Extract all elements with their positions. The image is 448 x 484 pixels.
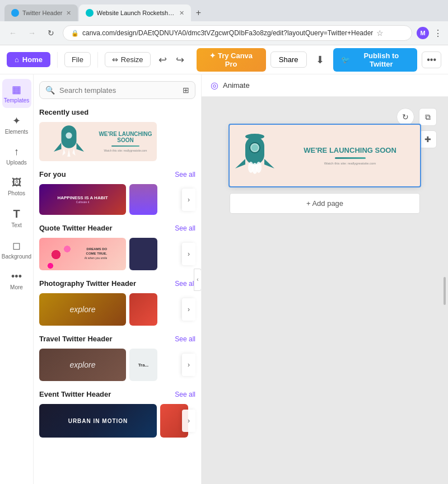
sidebar-item-background[interactable]: ◻ Background (2, 235, 31, 264)
for-you-row: HAPPINESS IS A HABIT Cultivate it › (39, 184, 195, 215)
download-button[interactable]: ⬇ (311, 51, 329, 68)
svg-marker-6 (73, 148, 76, 156)
photography-header: Photography Twitter Header See all (39, 279, 195, 288)
search-input[interactable] (59, 86, 178, 95)
search-input-wrap[interactable]: 🔍 ⊞ (39, 81, 195, 99)
purple-strip-template[interactable] (129, 184, 157, 215)
app-body: ▦ Templates ✦ Elements ↑ Uploads 🖼 Photo… (0, 74, 448, 484)
elements-icon: ✦ (12, 115, 21, 127)
share-label: Share (279, 55, 298, 64)
travel-scroll-arrow[interactable]: › (182, 354, 195, 376)
photography-scroll-arrow[interactable]: › (182, 298, 195, 321)
event-text: URBAN IN MOTION (68, 418, 128, 424)
canvas-scrollbar-thumb (444, 277, 446, 305)
travel-header: Travel Twitter Header See all (39, 335, 195, 343)
bookmark-star-icon[interactable]: ☆ (376, 29, 384, 37)
tab-canva-design[interactable]: Website Launch Rocketship Twi... ✕ (79, 4, 191, 21)
happiness-template[interactable]: HAPPINESS IS A HABIT Cultivate it (39, 184, 126, 215)
sidebar-item-templates[interactable]: ▦ Templates (2, 79, 31, 108)
icon-sidebar: ▦ Templates ✦ Elements ↑ Uploads 🖼 Photo… (0, 74, 34, 484)
photo-template-1[interactable]: explore (39, 293, 126, 326)
tab-twitter-close[interactable]: ✕ (66, 10, 71, 17)
recently-used-template[interactable]: WE'RE LAUNCHINGSOON Watch this site: rea… (39, 122, 157, 161)
tab-bar: Twitter Header ✕ Website Launch Rocketsh… (0, 0, 448, 21)
event-see-all[interactable]: See all (175, 391, 195, 398)
canvas-scroll: ⧉ ✚ ↻ (202, 97, 448, 484)
add-page-button[interactable]: + Add page (230, 193, 420, 214)
for-you-scroll-arrow[interactable]: › (182, 189, 195, 211)
toolbar-divider-1 (57, 52, 58, 68)
canvas-text-area: WE'RE LAUNCHING SOON Watch this site: re… (280, 146, 420, 166)
launch-text-main: WE'RE LAUNCHINGSOON (99, 131, 152, 143)
address-input[interactable]: 🔒 canva.com/design/DAEtQDNUYA0/dmc3tVZgc… (63, 25, 412, 41)
travel-template-1[interactable]: explore (39, 349, 126, 381)
redo-button[interactable]: ↪ (172, 51, 188, 68)
panel-collapse-button[interactable]: ‹ (194, 269, 202, 291)
uploads-label: Uploads (6, 159, 27, 166)
browser-menu-button[interactable]: ⋮ (433, 28, 442, 39)
add-tool-button[interactable]: ✚ (419, 130, 437, 148)
travel-row: explore Tra... › (39, 349, 195, 381)
animate-bar: ◎ Animate (202, 74, 448, 97)
rocket-illustration-svg (230, 134, 280, 177)
more-label: More (10, 284, 23, 290)
filter-icon[interactable]: ⊞ (183, 86, 189, 95)
flowers-decoration (39, 238, 73, 270)
sidebar-item-more[interactable]: ••• More (2, 266, 31, 295)
background-icon: ◻ (12, 239, 21, 252)
svg-marker-4 (63, 148, 66, 156)
home-button[interactable]: ⌂ Home (7, 52, 50, 67)
sidebar-item-elements[interactable]: ✦ Elements (2, 110, 31, 139)
photography-see-all[interactable]: See all (175, 280, 195, 288)
tab-twitter-header[interactable]: Twitter Header ✕ (4, 4, 78, 21)
travel-title: Travel Twitter Header (39, 335, 113, 343)
svg-marker-11 (235, 159, 245, 168)
quote-see-all[interactable]: See all (175, 224, 195, 232)
publish-button[interactable]: 🐦 Publish to Twitter (333, 48, 418, 72)
refresh-button[interactable]: ↻ (44, 26, 58, 40)
recently-used-row: WE'RE LAUNCHINGSOON Watch this site: rea… (39, 122, 195, 161)
file-button[interactable]: File (64, 52, 91, 67)
canvas-tools: ⧉ ✚ (419, 108, 437, 148)
tab-canva-close[interactable]: ✕ (179, 10, 184, 17)
quote-scroll-arrow[interactable]: › (182, 243, 195, 265)
quote-template-2[interactable] (129, 238, 157, 270)
travel-template-2[interactable]: Tra... (129, 349, 157, 381)
photos-label: Photos (8, 190, 25, 196)
recently-used-section: Recently used (34, 106, 201, 168)
new-tab-button[interactable]: + (192, 6, 206, 20)
for-you-see-all[interactable]: See all (175, 171, 195, 178)
twitter-bird-icon: 🐦 (341, 55, 350, 64)
resize-button[interactable]: ⇔ Resize (105, 52, 151, 67)
twitter-tab-icon (11, 9, 19, 17)
event-template-1[interactable]: URBAN IN MOTION (39, 404, 157, 438)
quote-title: Quote Twitter Header (39, 224, 113, 232)
more-options-button[interactable]: ••• (422, 51, 441, 68)
sidebar-item-photos[interactable]: 🖼 Photos (2, 172, 31, 201)
canvas-main-text: WE'RE LAUNCHING SOON (304, 146, 396, 155)
rotate-canvas-button[interactable]: ↻ (396, 108, 414, 126)
copy-tool-button[interactable]: ⧉ (419, 108, 437, 126)
profile-button[interactable]: M (417, 27, 429, 39)
more-icon: ••• (11, 271, 22, 283)
undo-button[interactable]: ↩ (155, 51, 170, 68)
sidebar-item-text[interactable]: T Text (2, 203, 31, 233)
design-canvas[interactable]: WE'RE LAUNCHING SOON Watch this site: re… (230, 125, 420, 186)
forward-button[interactable]: → (25, 26, 39, 40)
browser-chrome: Twitter Header ✕ Website Launch Rocketsh… (0, 0, 448, 45)
back-button[interactable]: ← (6, 26, 20, 40)
photo-template-2[interactable] (129, 293, 157, 326)
quote-template-1[interactable]: DREAMS DOCOME TRUE.At when you smile (39, 238, 126, 270)
share-button[interactable]: Share (270, 51, 307, 68)
svg-point-10 (251, 144, 258, 151)
wave-decoration (111, 145, 139, 147)
text-icon: T (13, 208, 20, 220)
search-bar: 🔍 ⊞ (34, 74, 201, 106)
sidebar-item-uploads[interactable]: ↑ Uploads (2, 142, 31, 170)
travel-section: Travel Twitter Header See all explore Tr… (34, 332, 201, 388)
try-pro-button[interactable]: ✦ Try Canva Pro (197, 48, 266, 72)
travel-explore-text: explore (70, 360, 96, 369)
travel-see-all[interactable]: See all (175, 335, 195, 343)
photography-row: explore › (39, 293, 195, 326)
event-scroll-arrow[interactable]: › (182, 410, 195, 432)
